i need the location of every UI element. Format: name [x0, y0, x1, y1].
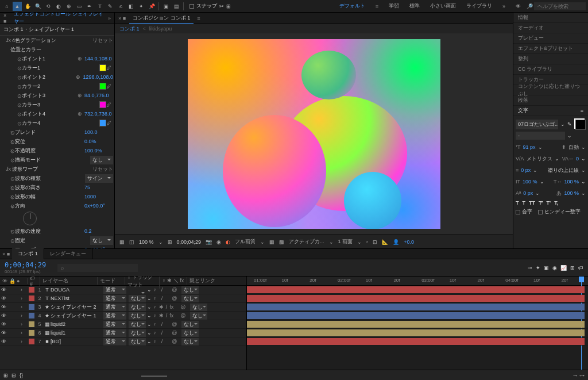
resolution-dropdown[interactable]: フル画質: [235, 238, 256, 245]
workspace-library[interactable]: ライブラリ: [466, 2, 492, 10]
dof-icon[interactable]: 👤: [393, 239, 399, 245]
timeline-tab-comp[interactable]: コンポ 1: [12, 248, 44, 259]
text-style-button[interactable]: T,: [554, 200, 558, 206]
home-icon[interactable]: ⌂: [2, 2, 11, 11]
font-style-dropdown[interactable]: -: [516, 132, 565, 140]
blend-mode-dropdown[interactable]: 通常: [103, 312, 126, 320]
swatch-カラー2[interactable]: [99, 83, 106, 90]
zoom-value[interactable]: 100 %: [139, 239, 154, 245]
prop-ポイント3[interactable]: 84.0,776.0: [84, 93, 113, 98]
visibility-icon[interactable]: 👁: [0, 295, 7, 301]
channel-icon[interactable]: ◉: [216, 239, 221, 245]
pickwhip-icon[interactable]: @: [180, 304, 185, 310]
parent-dropdown[interactable]: なし: [190, 312, 207, 320]
text-style-button[interactable]: Tʳ: [539, 200, 543, 206]
workspace-small[interactable]: 小さい画面: [430, 2, 456, 10]
blend-mode-dropdown[interactable]: 通常: [103, 321, 126, 328]
ruler-icon[interactable]: 📐: [382, 239, 388, 245]
visibility-icon[interactable]: 👁: [0, 287, 7, 293]
eyedropper-icon[interactable]: ✎: [567, 121, 572, 127]
panel-整列[interactable]: 整列: [513, 54, 588, 64]
eyedropper-icon[interactable]: 🖊: [106, 83, 113, 89]
text-style-button[interactable]: T: [516, 200, 519, 206]
help-search-input[interactable]: [534, 2, 586, 10]
font-size[interactable]: 91 px: [523, 144, 536, 150]
layer-color-swatch[interactable]: [29, 313, 34, 318]
orbit-tool-icon[interactable]: ⟲: [44, 2, 53, 11]
tl-fx-icon[interactable]: ✦: [536, 265, 540, 271]
layer-row[interactable]: 👁 › 7 ■ [BG] 通常 なし⌄ ♀ / @ なし: [0, 337, 246, 346]
trackmatte-dropdown[interactable]: なし: [129, 329, 146, 337]
visibility-icon[interactable]: 👁: [0, 304, 7, 310]
parent-dropdown[interactable]: なし: [190, 304, 207, 311]
layer-color-swatch[interactable]: [29, 339, 34, 344]
character-panel-label[interactable]: 文字: [518, 107, 528, 114]
mask-icon[interactable]: ◫: [129, 239, 134, 245]
tracking-value[interactable]: 0: [576, 156, 579, 162]
draft-icon[interactable]: ⊡: [373, 239, 377, 245]
search-icon[interactable]: 👁: [516, 3, 521, 9]
eyedropper-icon[interactable]: 🖊: [106, 65, 113, 71]
pickwhip-icon[interactable]: @: [172, 287, 177, 293]
blend-mode-dropdown[interactable]: 通常: [103, 329, 126, 337]
prop-ポイント2[interactable]: 1296.0,108.0: [83, 74, 113, 80]
puppet-tool-icon[interactable]: 📌: [147, 2, 156, 11]
text-style-button[interactable]: TT: [529, 200, 535, 206]
composition-viewer[interactable]: [115, 33, 513, 235]
layer-color-swatch[interactable]: [29, 321, 34, 327]
tl-shy-icon[interactable]: ⊸: [528, 265, 532, 271]
hindi-checkbox[interactable]: ヒンディー数字: [544, 208, 581, 216]
visibility-icon[interactable]: 👁: [0, 339, 7, 344]
workspace-default[interactable]: デフォルト: [339, 2, 365, 10]
composition-tab[interactable]: コンポジション コンポ 1: [129, 13, 194, 24]
panel-エフェクト&プリセット[interactable]: エフェクト&プリセット: [513, 44, 588, 54]
layer-row[interactable]: 👁 › 5 ▦ liquid2 通常 なし⌄ ♀ / @ なし: [0, 320, 246, 329]
trackmatte-dropdown[interactable]: なし: [129, 338, 146, 346]
visibility-icon[interactable]: 👁: [0, 313, 7, 318]
panel-情報[interactable]: 情報: [513, 13, 588, 23]
workspace-standard[interactable]: 標準: [409, 2, 420, 10]
grid-icon[interactable]: ▦: [119, 239, 125, 245]
pickwhip-icon[interactable]: @: [172, 339, 177, 344]
blend-mode-dropdown[interactable]: 通常: [103, 338, 126, 346]
parent-dropdown[interactable]: なし: [181, 286, 199, 294]
tl-motion-blur-icon[interactable]: ◉: [552, 265, 557, 271]
pickwhip-icon[interactable]: @: [172, 295, 177, 301]
tl-frame-blend-icon[interactable]: ▣: [544, 265, 549, 271]
breadcrumb-sub[interactable]: likidsyapu: [149, 26, 172, 32]
stroke-color-swatch[interactable]: [575, 120, 586, 130]
text-style-button[interactable]: T': [547, 200, 551, 206]
snapshot-icon[interactable]: 📷: [206, 239, 212, 245]
zoom-tool-icon[interactable]: 🔍: [33, 2, 42, 11]
layer-row[interactable]: 👁 › 1 T DOUGA 通常 ⌄ ♀ / @ なし: [0, 286, 246, 294]
exposure-icon[interactable]: ◐: [226, 239, 230, 245]
font-family-dropdown[interactable]: 07ロゴたいぷゴ...: [516, 120, 558, 129]
parent-dropdown[interactable]: なし: [181, 295, 199, 302]
stroke-over-fill[interactable]: 塗りの上に線: [548, 167, 579, 174]
layer-row[interactable]: 👁 › 4 ★ シェイプレイヤー 1 通常 なし⌄ ♀✱/fx @ なし: [0, 312, 246, 320]
eyedropper-icon[interactable]: 🖊: [106, 102, 113, 108]
leading-auto[interactable]: 自動: [568, 144, 579, 151]
layer-row[interactable]: 👁 › 6 ▦ liquid1 通常 なし⌄ ♀ / @ なし: [0, 329, 246, 337]
tl-tag-icon[interactable]: 🏷: [578, 265, 583, 271]
parent-dropdown[interactable]: なし: [181, 321, 199, 328]
clone-tool-icon[interactable]: ⎌: [116, 2, 125, 11]
trackmatte-dropdown[interactable]: なし: [129, 304, 146, 311]
trackmatte-dropdown[interactable]: なし: [129, 295, 146, 302]
transparency-icon[interactable]: ▩: [279, 239, 284, 245]
exposure-value[interactable]: +0.0: [404, 239, 414, 245]
tl-toggle-modes-icon[interactable]: ⊟: [11, 373, 16, 378]
pickwhip-icon[interactable]: @: [172, 330, 177, 336]
layer-color-swatch[interactable]: [29, 330, 34, 336]
anchor-tool-icon[interactable]: ⊕: [64, 2, 74, 11]
swatch-カラー3[interactable]: [99, 101, 106, 108]
camera-dropdown[interactable]: アクティブカ...: [289, 238, 324, 245]
ligature-checkbox[interactable]: 合字: [522, 208, 532, 216]
selection-tool-icon[interactable]: ▲: [13, 2, 22, 11]
layer-row[interactable]: 👁 › 3 ★ シェイプレイヤー 2 通常 なし⌄ ♀✱/fx @ なし: [0, 303, 246, 312]
visibility-icon[interactable]: 👁: [0, 321, 7, 327]
layer-color-swatch[interactable]: [29, 295, 34, 301]
kerning-dropdown[interactable]: メトリクス: [527, 155, 552, 163]
hand-tool-icon[interactable]: ✋: [23, 2, 32, 11]
layer-icon[interactable]: ⊞: [168, 239, 172, 245]
